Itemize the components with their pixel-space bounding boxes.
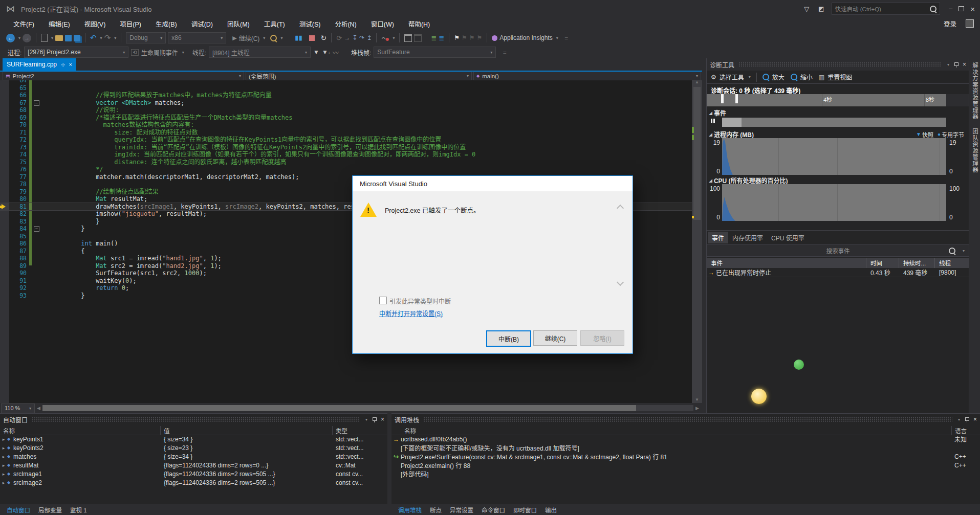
vertical-tool-tab[interactable]: 解决方案资源管理器 xyxy=(971,62,979,120)
menu-item[interactable]: 分析(N) xyxy=(328,19,363,29)
events-track[interactable] xyxy=(722,118,946,127)
notification-badge-green[interactable] xyxy=(794,360,804,370)
menu-item[interactable]: 测试(S) xyxy=(292,19,328,29)
menu-item[interactable]: 文件(F) xyxy=(6,19,41,29)
tool-window-tab[interactable]: 输出 xyxy=(541,505,560,515)
process-dropdown[interactable]: [2976] Project2.exe▾ xyxy=(24,47,128,58)
fold-gutter[interactable] xyxy=(31,136,44,144)
fold-gutter[interactable] xyxy=(31,218,44,226)
menu-item[interactable]: 团队(M) xyxy=(220,19,257,29)
restart-icon[interactable]: ↻ xyxy=(321,34,327,42)
search-events-box[interactable]: 搜索事件 ▾ xyxy=(707,244,969,257)
tool-window-tab[interactable]: 自动窗口 xyxy=(3,505,34,515)
break-button[interactable]: 中断(B) xyxy=(486,330,531,347)
member-dropdown[interactable]: ◆main()▾ xyxy=(473,72,701,80)
fold-gutter[interactable] xyxy=(31,121,44,129)
tool-window-tab[interactable]: 异常设置 xyxy=(446,505,477,515)
autos-title-bar[interactable]: 自动窗口 ▾ × xyxy=(0,414,387,425)
pin-icon[interactable] xyxy=(372,417,377,422)
window-position-icon[interactable]: ▾ xyxy=(947,62,949,67)
cpu-chart[interactable] xyxy=(722,184,946,221)
fold-gutter[interactable] xyxy=(31,262,44,270)
stack-frame-dropdown[interactable]: SurfFeature▾ xyxy=(374,47,496,58)
event-row[interactable]: → 已在出现异常时停止 0.43 秒 439 毫秒 [9800] xyxy=(707,268,969,277)
lifecycle-events-button[interactable]: 生命周期事件 xyxy=(141,48,178,57)
scroll-up-icon[interactable]: ▲ xyxy=(692,80,702,84)
variable-row[interactable]: ▸ ◆ srcImage2 {flags=1124024336 dims=2 r… xyxy=(0,478,387,487)
stack-frame-row[interactable]: ↪ Project2.exe!SurfFeature(const cv::Mat… xyxy=(391,452,980,461)
reset-view-button[interactable]: 重置视图 xyxy=(827,73,852,81)
stack-frame-row[interactable]: Project2.exe!main() 行 88 C++ xyxy=(391,461,980,469)
continue-play-icon[interactable]: ▶ xyxy=(232,35,236,41)
fold-gutter[interactable] xyxy=(31,151,44,159)
continue-button[interactable]: 继续(C) xyxy=(533,330,577,346)
open-exception-settings-link[interactable]: 中断并打开异常设置(S) xyxy=(379,309,443,318)
col-duration[interactable]: 持续时... xyxy=(903,259,926,267)
new-file-icon[interactable] xyxy=(41,34,48,42)
tool-window-tab[interactable]: 局部变量 xyxy=(35,505,66,515)
menu-item[interactable]: 窗口(W) xyxy=(364,19,401,29)
quick-launch-box[interactable]: 快速启动 (Ctrl+Q) xyxy=(832,3,940,15)
fold-gutter[interactable] xyxy=(31,84,44,92)
fold-gutter[interactable] xyxy=(31,99,44,107)
variable-row[interactable]: ▸ ◆ keyPoints1 { size=34 } std::vect... xyxy=(0,435,387,443)
variable-row[interactable]: ▸ ◆ keyPoints2 { size=23 } std::vect... xyxy=(0,443,387,452)
fold-gutter[interactable] xyxy=(31,114,44,122)
indent-increase-icon[interactable]: ≣ xyxy=(439,34,444,42)
scroll-up-icon[interactable] xyxy=(617,205,624,212)
scroll-down-icon[interactable] xyxy=(617,279,624,286)
next-bookmark-icon[interactable]: ⚑ xyxy=(469,34,475,41)
app-insights-dropdown-icon[interactable]: ▾ xyxy=(556,36,558,40)
browse-icon[interactable] xyxy=(270,35,277,41)
memory-chart[interactable] xyxy=(722,138,946,175)
close-icon[interactable]: × xyxy=(973,416,977,423)
thread-dropdown[interactable]: [8904] 主线程▾ xyxy=(209,47,311,58)
share-icon[interactable]: ◩ xyxy=(818,5,824,12)
tool-window-tab[interactable]: 监视 1 xyxy=(67,505,91,515)
tool-window-tab[interactable]: 命令窗口 xyxy=(478,505,509,515)
diagnostics-tab[interactable]: CPU 使用率 xyxy=(767,232,809,243)
fold-gutter[interactable] xyxy=(31,210,44,218)
expand-icon[interactable]: ▸ xyxy=(0,472,7,477)
stack-frame-row[interactable]: [外部代码] xyxy=(391,469,980,478)
fold-gutter[interactable] xyxy=(31,203,44,211)
dialog-title-bar[interactable]: Microsoft Visual Studio xyxy=(353,176,633,191)
step-into-icon[interactable]: ↧ xyxy=(352,34,357,41)
app-insights-button[interactable]: Application Insights xyxy=(499,34,552,41)
stop-icon[interactable] xyxy=(309,35,315,41)
open-file-icon[interactable] xyxy=(55,35,63,41)
fold-gutter[interactable] xyxy=(31,159,44,166)
step-over-icon[interactable]: ↷ xyxy=(359,34,364,41)
events-section-header[interactable]: ◢事件 xyxy=(709,108,726,117)
project-dropdown[interactable]: ⬒Project2▾ xyxy=(3,72,244,80)
undo-dropdown-icon[interactable]: ▾ xyxy=(100,36,102,40)
scroll-down-icon[interactable]: ▼ xyxy=(692,397,702,402)
redo-dropdown-icon[interactable]: ▾ xyxy=(114,36,116,40)
variable-row[interactable]: ▸ ◆ matches { size=34 } std::vect... xyxy=(0,452,387,461)
suspend-icon[interactable]: 〰 xyxy=(333,48,339,57)
search-icon[interactable] xyxy=(949,248,955,254)
solution-config-dropdown[interactable]: Debug▾ xyxy=(126,32,166,43)
fold-gutter[interactable] xyxy=(31,233,44,240)
continue-dropdown-icon[interactable]: ▾ xyxy=(263,36,265,40)
zoom-dropdown[interactable]: 110 %▾ xyxy=(1,404,35,413)
expand-icon[interactable]: ▸ xyxy=(0,437,7,442)
flag-filter-down-icon[interactable]: ▼↓ xyxy=(322,49,330,56)
step-out-icon[interactable]: ↥ xyxy=(366,34,372,41)
lifecycle-icon[interactable]: ⟲ xyxy=(131,49,138,56)
fold-gutter[interactable] xyxy=(31,144,44,151)
fold-gutter[interactable] xyxy=(31,188,44,196)
tool-window-tab[interactable]: 断点 xyxy=(426,505,445,515)
search-icon[interactable] xyxy=(930,6,937,12)
editor-vertical-scrollbar[interactable]: ÷ ▲ ▼ xyxy=(692,72,702,403)
window-position-icon[interactable]: ▾ xyxy=(958,417,960,422)
stack-frame-row[interactable]: [下面的框架可能不正确和/或缺失，没有为 ucrtbased.dll 加载符号] xyxy=(391,443,980,452)
call-stack-title-bar[interactable]: 调用堆栈 ▾ × xyxy=(391,414,980,425)
redo-icon[interactable]: ↷ xyxy=(104,33,111,42)
expand-icon[interactable]: ▸ xyxy=(0,445,7,451)
fold-gutter[interactable] xyxy=(31,248,44,255)
zoom-in-icon[interactable] xyxy=(763,74,769,80)
fold-gutter[interactable] xyxy=(31,106,44,114)
save-all-icon[interactable] xyxy=(74,35,80,41)
menu-item[interactable]: 调试(D) xyxy=(184,19,220,29)
